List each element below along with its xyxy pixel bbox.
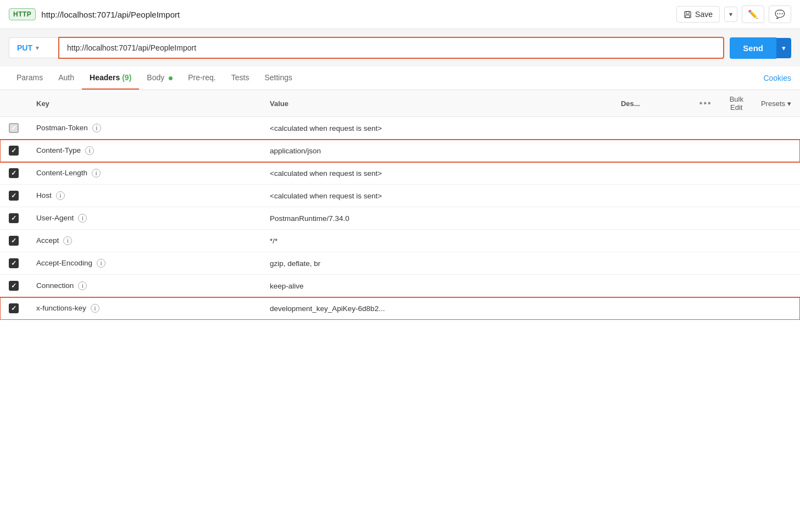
header-key: Content-Typei [27, 140, 261, 162]
presets-button[interactable]: Presets ▾ [761, 99, 791, 108]
title-actions: Save ▾ ✏️ 💬 [676, 5, 791, 23]
send-dropdown-button[interactable]: ▾ [776, 38, 791, 58]
table-row: x-functions-keyidevelopment_key_ApiKey-6… [0, 297, 800, 320]
header-extra-1 [691, 185, 721, 207]
send-button[interactable]: Send [730, 37, 776, 59]
table-row: Connectionikeep-alive [0, 275, 800, 297]
header-desc [612, 252, 691, 275]
header-extra-1 [691, 117, 721, 140]
checkbox-cell: ✓ [0, 117, 27, 140]
header-extra-3 [752, 117, 800, 140]
header-extra-2 [721, 207, 752, 230]
save-label: Save [695, 10, 713, 19]
header-extra-1 [691, 252, 721, 275]
header-extra-2 [721, 117, 752, 140]
header-value: application/json [261, 140, 612, 162]
col-desc-header: Des... [612, 90, 691, 117]
edit-icon-button[interactable]: ✏️ [742, 5, 764, 23]
body-dot [169, 76, 173, 80]
svg-rect-1 [686, 11, 690, 14]
info-icon[interactable]: i [92, 124, 101, 132]
bulk-edit-button[interactable]: Bulk Edit [730, 95, 743, 112]
info-icon[interactable]: i [97, 259, 105, 268]
save-dropdown-button[interactable]: ▾ [724, 7, 737, 22]
header-value: <calculated when request is sent> [261, 162, 612, 185]
save-button[interactable]: Save [676, 6, 720, 23]
http-badge: HTTP [9, 8, 36, 20]
checkbox-cell [0, 230, 27, 252]
title-left: HTTP http://localhost:7071/api/PeopleImp… [9, 8, 180, 20]
info-icon[interactable]: i [78, 214, 87, 223]
info-icon[interactable]: i [91, 304, 99, 313]
save-icon [684, 10, 692, 19]
presets-chevron-icon: ▾ [787, 99, 791, 108]
header-checkbox[interactable] [9, 191, 19, 201]
checkbox-cell [0, 297, 27, 320]
tab-headers[interactable]: Headers (9) [82, 66, 139, 90]
header-extra-3 [752, 140, 800, 162]
method-chevron-icon: ▾ [36, 45, 39, 52]
tab-tests[interactable]: Tests [224, 66, 257, 90]
more-options-button[interactable]: ••• [699, 98, 712, 108]
header-extra-2 [721, 162, 752, 185]
col-bulk-header: Bulk Edit [721, 90, 752, 117]
header-extra-2 [721, 230, 752, 252]
checkbox-cell [0, 185, 27, 207]
table-row: Accepti*/* [0, 230, 800, 252]
send-button-group: Send ▾ [730, 37, 791, 59]
table-row: ✓Postman-Tokeni<calculated when request … [0, 117, 800, 140]
header-value: gzip, deflate, br [261, 252, 612, 275]
tab-params[interactable]: Params [9, 66, 51, 90]
header-value: development_key_ApiKey-6d8b2... [261, 297, 612, 320]
header-extra-2 [721, 252, 752, 275]
header-extra-1 [691, 297, 721, 320]
tab-settings[interactable]: Settings [257, 66, 300, 90]
header-value: keep-alive [261, 275, 612, 297]
comment-icon-button[interactable]: 💬 [769, 5, 791, 23]
header-extra-1 [691, 230, 721, 252]
header-checkbox[interactable] [9, 281, 19, 291]
tab-body[interactable]: Body [139, 66, 180, 90]
tab-prereq[interactable]: Pre-req. [180, 66, 224, 90]
header-key: Accept-Encodingi [27, 252, 261, 275]
header-value: <calculated when request is sent> [261, 117, 612, 140]
info-icon[interactable]: i [78, 281, 87, 290]
checkbox-cell [0, 252, 27, 275]
header-value: <calculated when request is sent> [261, 185, 612, 207]
header-checkbox[interactable] [9, 236, 19, 246]
header-checkbox[interactable] [9, 213, 19, 223]
table-row: Content-Lengthi<calculated when request … [0, 162, 800, 185]
header-extra-3 [752, 297, 800, 320]
header-key: Content-Lengthi [27, 162, 261, 185]
header-desc [612, 230, 691, 252]
header-checkbox[interactable] [9, 168, 19, 178]
header-key: User-Agenti [27, 207, 261, 230]
info-icon[interactable]: i [56, 191, 65, 200]
header-extra-1 [691, 162, 721, 185]
cookies-link[interactable]: Cookies [763, 67, 791, 89]
tab-auth[interactable]: Auth [51, 66, 82, 90]
header-key: Hosti [27, 185, 261, 207]
header-extra-2 [721, 297, 752, 320]
title-bar: HTTP http://localhost:7071/api/PeopleImp… [0, 0, 800, 29]
header-key: Accepti [27, 230, 261, 252]
header-desc [612, 117, 691, 140]
header-checkbox[interactable]: ✓ [9, 123, 19, 133]
checkbox-cell [0, 275, 27, 297]
info-icon[interactable]: i [63, 236, 72, 245]
url-input[interactable] [58, 37, 724, 59]
info-icon[interactable]: i [85, 146, 94, 155]
info-icon[interactable]: i [92, 169, 101, 178]
header-checkbox[interactable] [9, 146, 19, 156]
table-row: Content-Typeiapplication/json [0, 140, 800, 162]
checkbox-cell [0, 162, 27, 185]
header-checkbox[interactable] [9, 303, 19, 313]
header-key: Connectioni [27, 275, 261, 297]
header-checkbox[interactable] [9, 258, 19, 268]
header-extra-3 [752, 185, 800, 207]
headers-section: Key Value Des... ••• Bulk Edit Presets ▾… [0, 90, 800, 320]
header-value: PostmanRuntime/7.34.0 [261, 207, 612, 230]
method-selector[interactable]: PUT ▾ [9, 37, 58, 58]
table-header-row: Key Value Des... ••• Bulk Edit Presets ▾ [0, 90, 800, 117]
checkbox-cell [0, 207, 27, 230]
